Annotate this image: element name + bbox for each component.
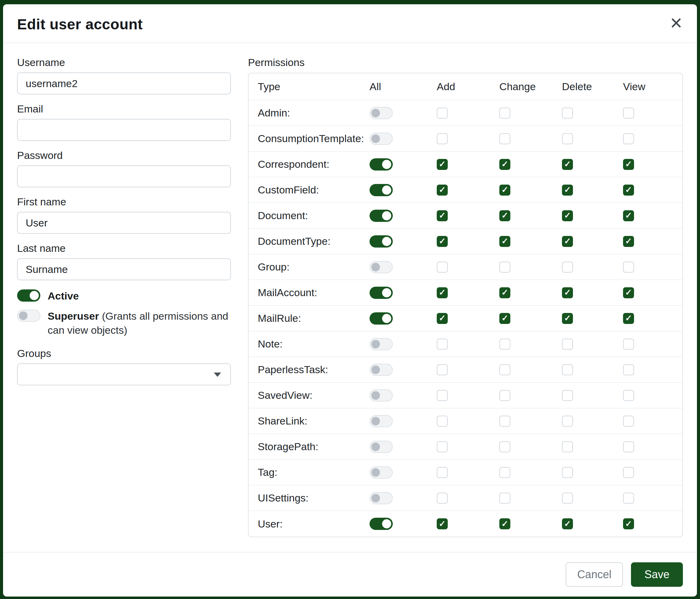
- permission-view-checkbox[interactable]: [623, 133, 634, 144]
- permission-add-checkbox[interactable]: [437, 467, 448, 478]
- permission-view-checkbox[interactable]: [623, 390, 634, 401]
- permission-add-checkbox[interactable]: ✓: [437, 159, 448, 170]
- permission-change-checkbox[interactable]: ✓: [499, 518, 510, 529]
- permission-delete-checkbox[interactable]: [562, 364, 573, 375]
- permission-change-checkbox[interactable]: [499, 493, 510, 504]
- permission-delete-checkbox[interactable]: ✓: [562, 210, 573, 221]
- permission-change-checkbox[interactable]: [499, 364, 510, 375]
- permission-change-checkbox[interactable]: [499, 133, 510, 144]
- permission-view-checkbox[interactable]: [623, 107, 634, 119]
- permission-add-checkbox[interactable]: [437, 416, 448, 427]
- close-icon[interactable]: ×: [670, 12, 682, 33]
- permission-change-checkbox[interactable]: ✓: [499, 313, 510, 324]
- permission-add-checkbox[interactable]: [437, 390, 448, 401]
- permission-change-checkbox[interactable]: [499, 441, 510, 452]
- permission-delete-checkbox[interactable]: [562, 339, 573, 350]
- permission-change-checkbox[interactable]: [499, 339, 510, 350]
- permission-view-checkbox[interactable]: ✓: [623, 236, 634, 247]
- permission-view-checkbox[interactable]: [623, 364, 634, 375]
- permission-all-toggle[interactable]: [370, 287, 393, 299]
- email-group: Email: [17, 103, 231, 141]
- cancel-button[interactable]: Cancel: [566, 562, 623, 587]
- permission-add-checkbox[interactable]: [437, 133, 448, 144]
- permission-add-checkbox[interactable]: [437, 441, 448, 452]
- permission-view-checkbox[interactable]: [623, 339, 634, 350]
- permission-delete-checkbox[interactable]: ✓: [562, 518, 573, 529]
- permission-all-toggle[interactable]: [370, 518, 393, 530]
- permission-view-checkbox[interactable]: [623, 493, 634, 504]
- permission-add-checkbox[interactable]: [437, 364, 448, 375]
- permission-view-checkbox[interactable]: [623, 467, 634, 478]
- permission-change-checkbox[interactable]: [499, 390, 510, 401]
- permission-all-toggle[interactable]: [370, 364, 393, 376]
- permission-add-checkbox[interactable]: ✓: [437, 210, 448, 221]
- toggle-knob-icon: [371, 365, 380, 374]
- permission-change-checkbox[interactable]: [499, 467, 510, 478]
- permission-all-toggle[interactable]: [370, 338, 393, 350]
- permission-change-checkbox[interactable]: [499, 416, 510, 427]
- permission-all-toggle[interactable]: [370, 466, 393, 479]
- permission-delete-checkbox[interactable]: [562, 107, 573, 119]
- permission-all-toggle[interactable]: [370, 133, 393, 145]
- permission-add-checkbox[interactable]: ✓: [437, 518, 448, 529]
- permission-all-toggle[interactable]: [370, 184, 393, 196]
- permission-delete-checkbox[interactable]: [562, 133, 573, 144]
- permission-delete-checkbox[interactable]: ✓: [562, 236, 573, 247]
- permission-all-toggle[interactable]: [370, 441, 393, 453]
- permission-change-checkbox[interactable]: ✓: [499, 159, 510, 170]
- permission-delete-checkbox[interactable]: [562, 262, 573, 272]
- permission-all-toggle[interactable]: [370, 158, 393, 170]
- permission-delete-checkbox[interactable]: ✓: [562, 287, 573, 298]
- permission-all-toggle[interactable]: [370, 492, 393, 504]
- permission-all-toggle[interactable]: [370, 312, 393, 325]
- email-field[interactable]: [17, 119, 231, 141]
- permission-add-checkbox[interactable]: [437, 493, 448, 504]
- permission-view-checkbox[interactable]: [623, 441, 634, 452]
- permission-change-checkbox[interactable]: ✓: [499, 210, 510, 221]
- permission-delete-checkbox[interactable]: [562, 493, 573, 504]
- permission-all-toggle[interactable]: [370, 235, 393, 247]
- permission-add-checkbox[interactable]: [437, 107, 448, 119]
- permission-all-toggle[interactable]: [370, 415, 393, 427]
- permission-delete-checkbox[interactable]: [562, 467, 573, 478]
- permission-delete-checkbox[interactable]: ✓: [562, 159, 573, 170]
- permission-change-checkbox[interactable]: ✓: [499, 185, 510, 196]
- superuser-toggle[interactable]: [17, 310, 40, 322]
- permission-change-checkbox[interactable]: [499, 107, 510, 119]
- permission-add-checkbox[interactable]: ✓: [437, 313, 448, 324]
- save-button[interactable]: Save: [631, 562, 683, 587]
- permission-delete-checkbox[interactable]: ✓: [562, 313, 573, 324]
- permission-view-checkbox[interactable]: ✓: [623, 210, 634, 221]
- permission-change-checkbox[interactable]: ✓: [499, 236, 510, 247]
- permission-delete-checkbox[interactable]: [562, 441, 573, 452]
- permission-view-checkbox[interactable]: [623, 262, 634, 272]
- groups-select[interactable]: [17, 363, 231, 385]
- permission-delete-checkbox[interactable]: [562, 416, 573, 427]
- permission-change-checkbox[interactable]: [499, 262, 510, 272]
- last-name-field[interactable]: [17, 258, 231, 280]
- permission-all-toggle[interactable]: [370, 261, 393, 273]
- username-input[interactable]: [17, 72, 231, 94]
- permission-view-checkbox[interactable]: ✓: [623, 518, 634, 529]
- permission-type-label: Note:: [258, 338, 282, 350]
- permission-change-checkbox[interactable]: ✓: [499, 287, 510, 298]
- permission-all-toggle[interactable]: [370, 210, 393, 222]
- permission-add-checkbox[interactable]: [437, 339, 448, 350]
- permission-add-checkbox[interactable]: ✓: [437, 236, 448, 247]
- permission-add-checkbox[interactable]: ✓: [437, 185, 448, 196]
- permission-all-toggle[interactable]: [370, 389, 393, 402]
- permission-add-checkbox[interactable]: ✓: [437, 287, 448, 298]
- permission-view-checkbox[interactable]: ✓: [623, 185, 634, 196]
- active-toggle[interactable]: [17, 289, 40, 302]
- first-name-field[interactable]: [17, 212, 231, 234]
- permission-delete-checkbox[interactable]: [562, 390, 573, 401]
- permission-view-checkbox[interactable]: ✓: [623, 313, 634, 324]
- permission-add-checkbox[interactable]: [437, 262, 448, 272]
- permission-type-label: Document:: [258, 210, 308, 221]
- permission-delete-checkbox[interactable]: ✓: [562, 185, 573, 196]
- permission-view-checkbox[interactable]: ✓: [623, 287, 634, 298]
- permission-all-toggle[interactable]: [370, 107, 393, 119]
- permission-view-checkbox[interactable]: ✓: [623, 159, 634, 170]
- permission-view-checkbox[interactable]: [623, 416, 634, 427]
- password-field[interactable]: [17, 165, 231, 187]
